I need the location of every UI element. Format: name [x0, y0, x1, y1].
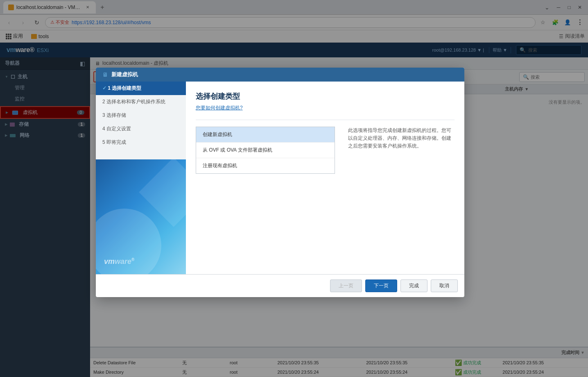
- modal-section-title: 选择创建类型: [196, 91, 455, 101]
- option-deploy-ovf-label: 从 OVF 或 OVA 文件部署虚拟机: [203, 147, 272, 153]
- modal-footer: 上一页 下一页 完成 取消: [96, 274, 464, 297]
- wizard-steps: 1 选择创建类型 2 选择名称和客户机操作系统 3 选择存储 4 自定义设置 5…: [96, 82, 186, 159]
- modal-body: 1 选择创建类型 2 选择名称和客户机操作系统 3 选择存储 4 自定义设置 5…: [96, 82, 464, 274]
- wizard-sidebar: 1 选择创建类型 2 选择名称和客户机操作系统 3 选择存储 4 自定义设置 5…: [96, 82, 186, 274]
- modal-subtitle: 您要如何创建虚拟机?: [196, 104, 455, 111]
- wizard-graphic: vmware®: [96, 159, 186, 274]
- wizard-step-2-label: 2 选择名称和客户机操作系统: [102, 99, 165, 104]
- modal-header: 🖥 新建虚拟机: [96, 68, 464, 82]
- prev-label: 上一页: [339, 283, 353, 288]
- wizard-step-1[interactable]: 1 选择创建类型: [96, 82, 186, 95]
- wizard-step-3-label: 3 选择存储: [102, 112, 126, 118]
- option-deploy-ovf[interactable]: 从 OVF 或 OVA 文件部署虚拟机: [196, 143, 335, 158]
- next-page-button[interactable]: 下一页: [365, 279, 397, 292]
- modal-title-icon: 🖥: [102, 71, 108, 78]
- modal-title: 新建虚拟机: [111, 71, 138, 78]
- modal-main-content: 选择创建类型 您要如何创建虚拟机? 创建新虚拟机 从 OVF 或 OVA 文件部…: [186, 82, 464, 274]
- prev-page-button[interactable]: 上一页: [330, 279, 362, 292]
- next-label: 下一页: [374, 283, 389, 288]
- option-register-existing[interactable]: 注册现有虚拟机: [196, 158, 335, 173]
- option-list: 创建新虚拟机 从 OVF 或 OVA 文件部署虚拟机 注册现有虚拟机: [196, 127, 335, 174]
- wizard-step-4[interactable]: 4 自定义设置: [96, 122, 186, 136]
- wizard-step-5-label: 5 即将完成: [102, 139, 126, 145]
- option-create-new[interactable]: 创建新虚拟机: [196, 127, 335, 143]
- wizard-step-5[interactable]: 5 即将完成: [96, 136, 186, 149]
- option-create-new-label: 创建新虚拟机: [203, 132, 232, 137]
- finish-button[interactable]: 完成: [400, 279, 427, 292]
- cancel-button[interactable]: 取消: [431, 279, 458, 292]
- modal-description: 此选项将指导您完成创建新虚拟机的过程。您可以自定义处理器、内存、网络连接和存储。…: [348, 127, 455, 174]
- wizard-step-1-label: 1 选择创建类型: [108, 85, 141, 91]
- modal: 🖥 新建虚拟机 1 选择创建类型 2 选择名称和客户机操作系统 3 选择存储: [96, 68, 464, 297]
- option-register-label: 注册现有虚拟机: [203, 163, 237, 168]
- cancel-label: 取消: [439, 283, 449, 288]
- modal-overlay: 🖥 新建虚拟机 1 选择创建类型 2 选择名称和客户机操作系统 3 选择存储: [0, 0, 588, 377]
- wizard-step-2[interactable]: 2 选择名称和客户机操作系统: [96, 95, 186, 109]
- modal-divider: [196, 120, 455, 120]
- vmware-logo-graphic: vmware®: [104, 257, 134, 266]
- modal-description-text: 此选项将指导您完成创建新虚拟机的过程。您可以自定义处理器、内存、网络连接和存储。…: [348, 127, 451, 149]
- finish-label: 完成: [409, 283, 419, 288]
- wizard-step-3[interactable]: 3 选择存储: [96, 109, 186, 122]
- modal-options-row: 创建新虚拟机 从 OVF 或 OVA 文件部署虚拟机 注册现有虚拟机 此选项将指…: [196, 127, 455, 174]
- wizard-step-4-label: 4 自定义设置: [102, 126, 131, 132]
